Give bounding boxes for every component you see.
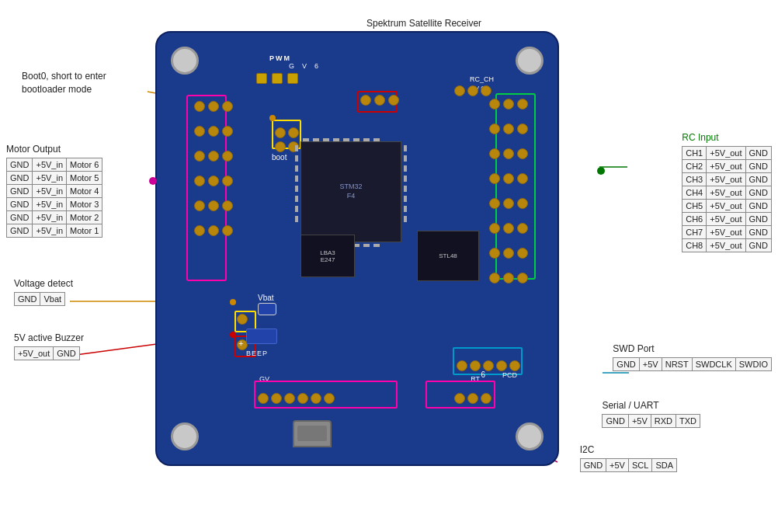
m6-5v: +5V_in <box>33 158 67 172</box>
motor-arrow-dot <box>149 177 157 185</box>
pcd-pin-3 <box>481 393 491 404</box>
vbat-pcb-label: Vbat <box>258 294 274 302</box>
motor-annotation: Motor Output GND +5V_in Motor 6 GND +5V_… <box>6 144 102 238</box>
pcb-board: PWM GV6 boot <box>155 31 559 466</box>
swd-5v: +5V <box>639 358 662 371</box>
m1-gnd: GND <box>7 224 33 238</box>
rc-row-1: CH1 +5V_out GND <box>682 147 772 160</box>
ch1-gnd: GND <box>745 147 771 160</box>
top-rc-header <box>454 85 491 96</box>
m6-motor: Motor 6 <box>67 158 102 172</box>
pwm-label: PWM <box>269 54 291 62</box>
m1-motor: Motor 1 <box>67 224 102 238</box>
ch6-pin-3 <box>517 223 528 234</box>
i2c-row: GND +5V SCL SDA <box>580 459 676 472</box>
m3-gnd: GND <box>7 198 33 211</box>
buzzer-row: +5V_out GND <box>15 347 80 360</box>
gvs-labels: GV6 <box>289 62 318 70</box>
ch8-gnd: GND <box>745 239 771 252</box>
boot-pin-1 <box>275 127 286 138</box>
rc-row-2: CH2 +5V_out GND <box>682 160 772 173</box>
swd-row: GND +5V NRST SWDCLK SWDIO <box>613 358 772 371</box>
ch6-pin-1 <box>489 223 500 234</box>
vd-vbat: Vbat <box>40 293 65 306</box>
rc-row-6: CH6 +5V_out GND <box>682 213 772 226</box>
pcd-pin-2 <box>467 393 478 404</box>
ch8-5v: +5V_out <box>707 239 745 252</box>
main-ic: STM32F4 <box>300 141 401 242</box>
ch7-pin-3 <box>517 248 528 259</box>
m4-pin-2 <box>208 151 219 162</box>
ch1-pin-2 <box>503 99 514 110</box>
motor-row-4: GND +5V_in Motor 4 <box>7 185 102 198</box>
ch3-pin-1 <box>489 148 500 159</box>
bz-5v: +5V_out <box>15 347 54 360</box>
pcd-pin-1 <box>454 393 465 404</box>
m2-pin-3 <box>222 200 233 211</box>
rc-row-7: CH7 +5V_out GND <box>682 226 772 239</box>
secondary-ic: LBA3E247 <box>300 235 355 277</box>
ch4-pin-2 <box>503 173 514 184</box>
third-ic: STL48 <box>417 231 479 281</box>
ch1-label: CH1 <box>682 147 707 160</box>
ic-pins-right <box>404 145 407 222</box>
ch7-gnd: GND <box>745 226 771 239</box>
ch4-label: CH4 <box>682 186 707 200</box>
m5-motor: Motor 5 <box>67 172 102 185</box>
bz-arrow-dot <box>230 332 236 338</box>
motor-row-3: GND +5V_in Motor 3 <box>7 198 102 211</box>
motor-row-5: GND +5V_in Motor 5 <box>7 172 102 185</box>
serial-table: GND +5V RXD TXD <box>602 414 700 428</box>
m1-pin-3 <box>222 225 233 236</box>
serial-annotation: Serial / UART GND +5V RXD TXD <box>602 400 700 428</box>
spk-pin-2 <box>374 95 385 106</box>
swd-pin-4 <box>496 360 507 371</box>
serial-label: Serial / UART <box>602 400 700 411</box>
i2c-5v: +5V <box>606 459 629 472</box>
bottom-right-pins <box>454 393 491 404</box>
swd-pins <box>457 360 520 371</box>
plus-pcb-label: + <box>238 339 243 348</box>
m3-5v: +5V_in <box>33 198 67 211</box>
ch2-pin-1 <box>489 123 500 134</box>
i2c-scl: SCL <box>628 459 651 472</box>
i2c-annotation: I2C GND +5V SCL SDA <box>580 444 677 472</box>
m5-pin-3 <box>222 126 233 137</box>
ch5-pin-3 <box>517 198 528 209</box>
ch7-pin-1 <box>489 248 500 259</box>
swd-dio: SWDIO <box>735 358 771 371</box>
rc-row-5: CH5 +5V_out GND <box>682 200 772 213</box>
corner-hole-tl <box>171 47 199 75</box>
m5-pin-2 <box>208 126 219 137</box>
rc-top-pin-3 <box>481 85 491 96</box>
ch4-gnd: GND <box>745 186 771 200</box>
rc-table: CH1 +5V_out GND CH2 +5V_out GND CH3 +5V_… <box>682 146 772 252</box>
buzzer-label: 5V active Buzzer <box>14 332 84 343</box>
ch8-pin-3 <box>517 273 528 283</box>
rc-top-pin-2 <box>467 85 478 96</box>
m6-pin-2 <box>208 101 219 112</box>
m6-pin-3 <box>222 101 233 112</box>
i2c-gnd: GND <box>580 459 606 472</box>
ch2-pin-2 <box>503 123 514 134</box>
ch2-gnd: GND <box>745 160 771 173</box>
swd-annotation: SWD Port GND +5V NRST SWDCLK SWDIO <box>613 343 772 371</box>
ser-pin-1 <box>258 393 269 404</box>
rc-row-8: CH8 +5V_out GND <box>682 239 772 252</box>
rc-input-annotation: RC Input CH1 +5V_out GND CH2 +5V_out GND… <box>682 132 772 252</box>
ch4-5v: +5V_out <box>707 186 745 200</box>
voltage-label: Voltage detect <box>14 278 73 289</box>
boot-label: Boot0, short to enterbootloader mode <box>22 70 106 96</box>
ch8-label: CH8 <box>682 239 707 252</box>
swd-clk: SWDCLK <box>692 358 735 371</box>
voltage-row: GND Vbat <box>15 293 65 306</box>
swd-pin-1 <box>457 360 467 371</box>
ser-pin-4 <box>297 393 308 404</box>
ch3-5v: +5V_out <box>707 173 745 186</box>
voltage-table: GND Vbat <box>14 292 65 306</box>
m5-gnd: GND <box>7 172 33 185</box>
m2-5v: +5V_in <box>33 211 67 224</box>
m5-5v: +5V_in <box>33 172 67 185</box>
ch8-pin-2 <box>503 273 514 283</box>
ic-pins-top <box>303 138 380 141</box>
